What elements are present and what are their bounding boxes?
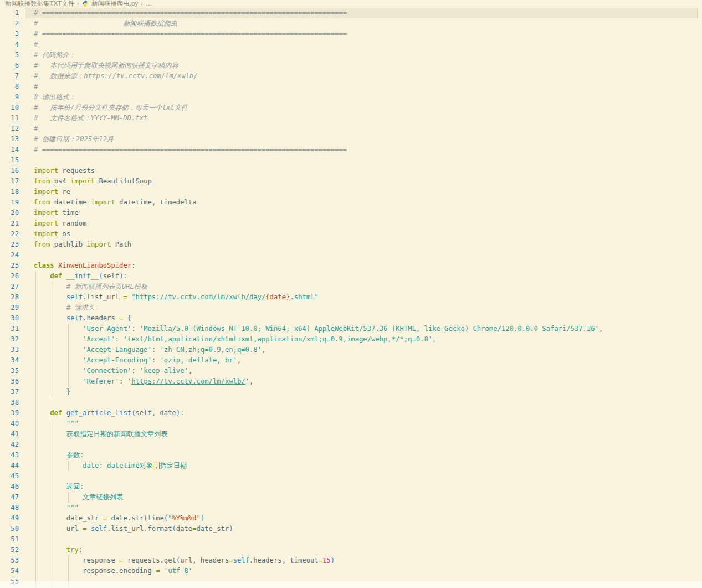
code-line-32[interactable]: 32 'Accept': 'text/html,application/xhtm… [0,334,702,345]
code-line-50[interactable]: 50 url = self.list_url.format(date=date_… [0,524,702,534]
line-number[interactable]: 8 [0,81,19,92]
code-line-26[interactable]: 26 def __init__(self): [0,271,702,282]
code-line-44[interactable]: 44 date: datetime对象，指定日期 [0,461,702,471]
code-line-40[interactable]: 40 """ [0,418,702,429]
code-line-21[interactable]: 21import random [0,218,702,229]
code-line-18[interactable]: 18import re [0,187,702,197]
code-line-33[interactable]: 33 'Accept-Language': 'zh-CN,zh;q=0.9,en… [0,345,702,355]
line-number[interactable]: 7 [0,71,19,81]
code-line-39[interactable]: 39 def get_article_list(self, date): [0,408,702,418]
line-number[interactable]: 30 [0,313,19,324]
line-number[interactable]: 29 [0,303,19,313]
line-number[interactable]: 25 [0,260,19,271]
code-line-16[interactable]: 16import requests [0,166,702,176]
line-number[interactable]: 33 [0,345,19,355]
code-line-22[interactable]: 22import os [0,229,702,239]
code-line-53[interactable]: 53 response = requests.get(url, headers=… [0,555,702,566]
line-number[interactable]: 46 [0,482,19,492]
line-number[interactable]: 48 [0,503,19,513]
code-line-42[interactable]: 42 [0,439,702,450]
line-number[interactable]: 49 [0,513,19,524]
code-line-3[interactable]: 3# =====================================… [0,29,702,39]
line-number[interactable]: 54 [0,566,19,576]
line-number[interactable]: 34 [0,355,19,366]
line-number[interactable]: 15 [0,155,19,166]
breadcrumb-symbol-ellipsis[interactable]: … [146,0,152,7]
code-line-5[interactable]: 5# 代码简介： [0,50,702,60]
line-number[interactable]: 19 [0,197,19,208]
code-line-2[interactable]: 2# 新闻联播数据爬虫 [0,18,702,29]
line-number[interactable]: 3 [0,29,19,39]
code-line-9[interactable]: 9# 输出格式： [0,92,702,103]
line-number[interactable]: 18 [0,187,19,197]
line-number[interactable]: 4 [0,39,19,50]
code-line-15[interactable]: 15 [0,155,702,166]
line-number[interactable]: 12 [0,124,19,134]
line-number[interactable]: 44 [0,461,19,471]
line-number[interactable]: 1 [0,8,19,18]
code-line-45[interactable]: 45 [0,471,702,482]
line-number[interactable]: 31 [0,324,19,334]
code-line-51[interactable]: 51 [0,534,702,545]
code-line-25[interactable]: 25class XinwenLianboSpider: [0,260,702,271]
line-number[interactable]: 53 [0,555,19,566]
line-number[interactable]: 38 [0,397,19,408]
code-line-14[interactable]: 14# ====================================… [0,145,702,155]
code-line-36[interactable]: 36 'Referer': 'https://tv.cctv.com/lm/xw… [0,376,702,387]
code-line-27[interactable]: 27 # 新闻联播列表页URL模板 [0,282,702,292]
code-line-8[interactable]: 8# [0,81,702,92]
breadcrumb-folder[interactable]: 新闻联播数据集TXT文件 [5,0,74,8]
code-line-4[interactable]: 4# [0,39,702,50]
editor-code-area[interactable]: 1# =====================================… [0,8,702,587]
line-number[interactable]: 32 [0,334,19,345]
code-line-41[interactable]: 41 获取指定日期的新闻联播文章列表 [0,429,702,439]
breadcrumb-file[interactable]: 新闻联播爬虫.py [91,0,138,8]
line-number[interactable]: 17 [0,176,19,187]
code-line-19[interactable]: 19from datetime import datetime, timedel… [0,197,702,208]
line-number[interactable]: 6 [0,60,19,71]
code-line-13[interactable]: 13# 创建日期：2025年12月 [0,134,702,145]
line-number[interactable]: 16 [0,166,19,176]
line-number[interactable]: 40 [0,418,19,429]
line-number[interactable]: 43 [0,450,19,461]
code-line-54[interactable]: 54 response.encoding = 'utf-8' [0,566,702,576]
code-line-35[interactable]: 35 'Connection': 'keep-alive', [0,366,702,376]
code-line-17[interactable]: 17from bs4 import BeautifulSoup [0,176,702,187]
code-line-49[interactable]: 49 date_str = date.strftime("%Y%m%d") [0,513,702,524]
line-number[interactable]: 50 [0,524,19,534]
code-line-37[interactable]: 37 } [0,387,702,397]
line-number[interactable]: 24 [0,250,19,260]
code-line-1[interactable]: 1# =====================================… [0,8,702,18]
code-line-12[interactable]: 12# [0,124,702,134]
line-number[interactable]: 11 [0,113,19,124]
line-number[interactable]: 10 [0,103,19,113]
line-number[interactable]: 52 [0,545,19,555]
code-line-10[interactable]: 10# 按年份/月份分文件夹存储，每天一个txt文件 [0,103,702,113]
line-number[interactable]: 51 [0,534,19,545]
code-line-23[interactable]: 23from pathlib import Path [0,239,702,250]
code-line-52[interactable]: 52 try: [0,545,702,555]
code-line-6[interactable]: 6# 本代码用于爬取央视网新闻联播文字稿内容 [0,60,702,71]
code-line-38[interactable]: 38 [0,397,702,408]
code-line-46[interactable]: 46 返回: [0,482,702,492]
line-number[interactable]: 42 [0,439,19,450]
line-number[interactable]: 21 [0,218,19,229]
line-number[interactable]: 26 [0,271,19,282]
line-number[interactable]: 13 [0,134,19,145]
line-number[interactable]: 36 [0,376,19,387]
line-number[interactable]: 37 [0,387,19,397]
code-line-30[interactable]: 30 self.headers = { [0,313,702,324]
line-number[interactable]: 35 [0,366,19,376]
line-number[interactable]: 39 [0,408,19,418]
line-number[interactable]: 23 [0,239,19,250]
code-line-43[interactable]: 43 参数: [0,450,702,461]
line-number[interactable]: 20 [0,208,19,218]
code-line-24[interactable]: 24 [0,250,702,260]
line-number[interactable]: 2 [0,18,19,29]
code-line-48[interactable]: 48 """ [0,503,702,513]
line-number[interactable]: 41 [0,429,19,439]
code-line-47[interactable]: 47 文章链接列表 [0,492,702,503]
line-number[interactable]: 45 [0,471,19,482]
line-number[interactable]: 22 [0,229,19,239]
line-number[interactable]: 14 [0,145,19,155]
